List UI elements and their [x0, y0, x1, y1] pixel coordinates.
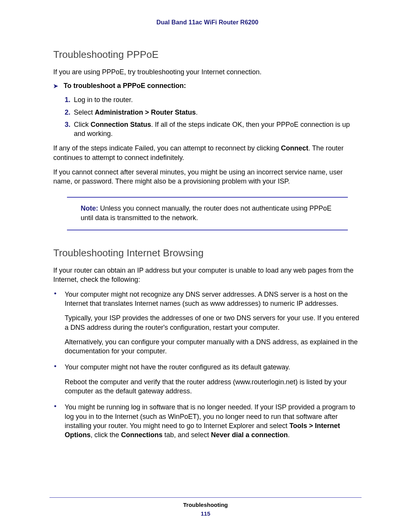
pppoe-para-1: If any of the steps indicate Failed, you… — [53, 144, 362, 162]
page-footer: Troubleshooting 115 — [49, 497, 362, 517]
bullet-1-p3: Alternatively, you can configure your co… — [65, 337, 362, 356]
step-text-prefix: Select — [74, 109, 95, 116]
step-text-suffix: . — [196, 109, 198, 116]
bullet-1-p2: Typically, your ISP provides the address… — [65, 313, 362, 332]
step-text-bold: Administration > Router Status — [95, 109, 196, 116]
step-text-bold: Connection Status — [91, 121, 151, 128]
pppoe-para-2: If you cannot connect after several minu… — [53, 168, 362, 186]
bullet-1-p1: Your computer might not recognize any DN… — [65, 290, 362, 308]
procedure-title: To troubleshoot a PPPoE connection: — [64, 82, 186, 90]
steps-list: 1. Log in to the router. 2. Select Admin… — [53, 95, 362, 138]
step-text: Log in to the router. — [74, 96, 133, 104]
heading-pppoe: Troubleshooting PPPoE — [53, 49, 362, 61]
note-text: Note: Unless you connect manually, the r… — [81, 204, 334, 223]
procedure-heading: ➤ To troubleshoot a PPPoE connection: — [53, 82, 362, 90]
bullet-2: Your computer might not have the router … — [65, 363, 362, 396]
b3-d: tab, and select — [162, 431, 211, 439]
note-box: Note: Unless you connect manually, the r… — [67, 197, 348, 230]
step-3: 3. Click Connection Status. If all of th… — [65, 120, 362, 139]
triangle-right-icon: ➤ — [53, 83, 58, 89]
bullets-list: Your computer might not recognize any DN… — [53, 290, 362, 440]
bullet-3-p1: You might be running log in software tha… — [65, 403, 362, 439]
pppoe-intro: If you are using PPPoE, try troubleshoot… — [53, 67, 362, 77]
note-label: Note: — [81, 204, 100, 212]
heading-browsing: Troubleshooting Internet Browsing — [53, 247, 362, 259]
step-number: 3. — [65, 120, 70, 129]
step-1: 1. Log in to the router. — [65, 95, 362, 104]
browsing-intro: If your router can obtain an IP address … — [53, 266, 362, 284]
note-body: Unless you connect manually, the router … — [81, 204, 331, 222]
step-number: 1. — [65, 95, 70, 104]
document-header: Dual Band 11ac WiFi Router R6200 — [53, 19, 362, 26]
bullet-2-p2: Reboot the computer and verify that the … — [65, 377, 362, 396]
para-bold: Connect — [281, 144, 308, 152]
step-2: 2. Select Administration > Router Status… — [65, 108, 362, 117]
para-prefix: If any of the steps indicate Failed, you… — [53, 144, 281, 152]
step-number: 2. — [65, 108, 70, 117]
b3-e: . — [288, 431, 290, 439]
footer-page-number: 115 — [49, 510, 362, 517]
b3-c: , click the — [91, 431, 121, 439]
bullet-3: You might be running log in software tha… — [65, 403, 362, 439]
step-text-prefix: Click — [74, 121, 91, 128]
footer-rule — [49, 497, 362, 498]
bullet-1: Your computer might not recognize any DN… — [65, 290, 362, 356]
bullet-2-p1: Your computer might not have the router … — [65, 363, 362, 372]
b3-b3: Never dial a connection — [211, 431, 288, 439]
footer-section-name: Troubleshooting — [49, 502, 362, 508]
b3-b2: Connections — [121, 431, 162, 439]
